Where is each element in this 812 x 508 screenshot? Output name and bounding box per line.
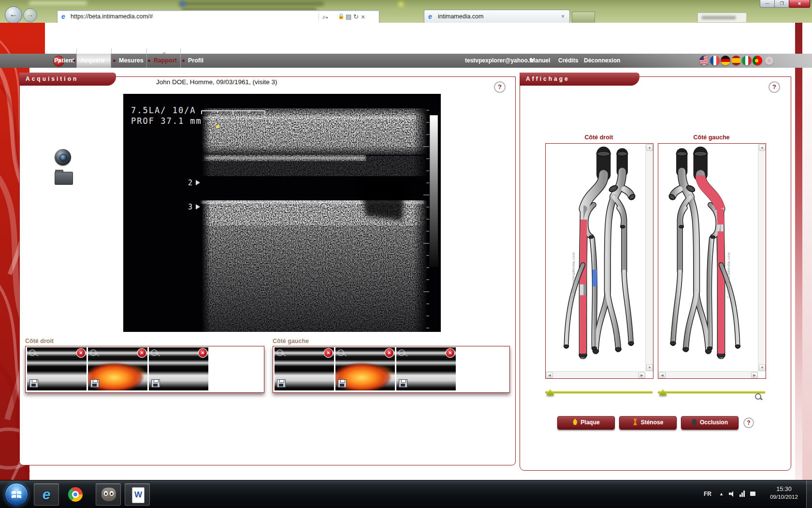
flag-pt-icon[interactable]	[753, 56, 762, 65]
taskbar-chrome-button[interactable]	[63, 483, 88, 506]
legend-stenose-button[interactable]: Sténose	[619, 416, 677, 430]
show-desktop-button[interactable]	[806, 480, 812, 508]
diagram-left-hscrollbar[interactable]: ◀ ▶	[658, 371, 758, 378]
thumbnail-right-1[interactable]: ×	[27, 347, 87, 390]
tray-expand-icon[interactable]: ▲	[719, 492, 724, 496]
ultrasound-image[interactable]: 7.5LA/ 10/A PROF 37.1 mm 2 3	[123, 94, 441, 332]
nav-item-manuel[interactable]: Manuel	[530, 57, 550, 64]
screen: — ❐ × ← → e https://beta.intimamedia.com…	[0, 0, 812, 508]
background-search-box-blur	[697, 13, 747, 23]
flag-it-icon[interactable]	[742, 56, 752, 65]
nav-item-acquerir[interactable]: Acquérir	[80, 57, 105, 64]
taskbar-clock[interactable]: 15:30 09/10/2012	[764, 483, 804, 506]
us-measure-point[interactable]	[216, 125, 219, 129]
zoom-magnifier-icon[interactable]	[754, 393, 763, 402]
nav-item-mesures[interactable]: Mesures	[119, 57, 144, 64]
thumbnail-left-1[interactable]: ×	[275, 347, 334, 390]
action-center-icon[interactable]	[750, 492, 755, 496]
plaque-segment[interactable]	[583, 220, 583, 284]
diagram-right-hscrollbar[interactable]: ◀ ▶	[546, 371, 646, 378]
thumb-save-icon[interactable]	[399, 379, 407, 388]
affichage-help-button[interactable]: ?	[768, 81, 780, 93]
thumb-save-icon[interactable]	[90, 379, 99, 388]
legend-plaque-button[interactable]: Plaque	[557, 416, 615, 430]
legend-occlusion-button[interactable]: Occlusion	[681, 416, 739, 430]
flag-us-icon[interactable]	[699, 56, 709, 65]
diagram-right-zoom-slider[interactable]	[545, 388, 652, 396]
scroll-left-icon[interactable]: ◀	[546, 372, 553, 378]
url-text[interactable]: https://beta.intimamedia.com/#	[71, 13, 153, 20]
flag-de-icon[interactable]	[721, 56, 730, 65]
slider-track[interactable]	[545, 391, 652, 393]
thumbnail-right-3[interactable]: ×	[149, 347, 208, 390]
thumb-delete-button[interactable]: ×	[385, 349, 393, 357]
window-close-button[interactable]: ×	[789, 0, 810, 8]
plaque-segment[interactable]	[720, 209, 721, 224]
diagram-left-zoom-slider[interactable]	[658, 388, 765, 396]
artery-diagram-right[interactable]: © 2011 IntimaMedia.com ▲ ▼ ◀ ▶	[545, 143, 653, 379]
diagram-copyright: © 2011 IntimaMedia.com	[726, 252, 731, 298]
thumb-save-icon[interactable]	[29, 379, 38, 388]
stenose-icon	[633, 418, 638, 425]
nav-item-profil[interactable]: Profil	[188, 57, 203, 64]
thumb-save-icon[interactable]	[277, 379, 286, 388]
scroll-right-icon[interactable]: ▶	[751, 372, 758, 378]
browser-back-button[interactable]: ←	[5, 6, 22, 24]
tab-close-icon[interactable]: ×	[561, 13, 565, 20]
new-tab-button[interactable]	[572, 12, 595, 23]
scroll-up-icon[interactable]: ▲	[759, 144, 766, 151]
thumb-save-icon[interactable]	[151, 379, 160, 388]
scroll-down-icon[interactable]: ▼	[759, 364, 766, 371]
camera-capture-icon[interactable]	[55, 149, 71, 165]
scroll-left-icon[interactable]: ◀	[659, 372, 666, 378]
browser-tab[interactable]: e intimamedia.com ×	[424, 10, 570, 23]
folder-open-icon[interactable]	[55, 172, 73, 185]
nav-item-rapport[interactable]: Rapport	[154, 57, 177, 64]
nav-item-deconnexion[interactable]: Déconnexion	[584, 57, 620, 64]
minimize-icon: —	[765, 1, 769, 6]
nav-item-credits[interactable]: Crédits	[558, 57, 578, 64]
thumb-delete-button[interactable]: ×	[446, 349, 454, 357]
network-icon[interactable]	[740, 490, 746, 497]
volume-icon[interactable]	[729, 491, 735, 497]
thumb-save-icon[interactable]	[338, 379, 347, 388]
background-window-title-blur	[179, 1, 324, 6]
address-bar[interactable]: e https://beta.intimamedia.com/# ⌕▾ 🔒 ▤ …	[57, 10, 379, 23]
thumbnail-left-3[interactable]: ×	[396, 347, 456, 390]
flag-es-icon[interactable]	[731, 56, 741, 65]
refresh-icon[interactable]: ↻	[353, 13, 359, 20]
patient-info: John DOE, Homme, 09/03/1961, (visite 3)	[156, 78, 277, 86]
address-divider	[319, 13, 319, 20]
thumb-delete-button[interactable]: ×	[138, 349, 146, 357]
artery-diagram-left[interactable]: © 2011 IntimaMedia.com ▲ ▼ ◀ ▶	[658, 143, 766, 379]
taskbar-ie-button[interactable]: e	[34, 483, 59, 506]
flag-fr-icon[interactable]	[710, 56, 720, 65]
scroll-right-icon[interactable]: ▶	[638, 372, 645, 378]
nav-item-patient[interactable]: Patient	[54, 57, 74, 64]
thumb-delete-button[interactable]: ×	[324, 349, 333, 357]
window-maximize-button[interactable]: ❐	[774, 0, 789, 8]
compatibility-icon[interactable]: ▤	[346, 13, 351, 20]
stop-icon[interactable]: ×	[361, 13, 365, 21]
window-minimize-button[interactable]: —	[760, 0, 775, 8]
acquisition-help-button[interactable]: ?	[494, 81, 506, 93]
language-indicator[interactable]: FR	[704, 491, 711, 497]
thumb-delete-button[interactable]: ×	[77, 349, 85, 357]
legend-help-button[interactable]: ?	[743, 418, 754, 428]
slider-track[interactable]	[658, 391, 765, 393]
diagram-left-vscrollbar[interactable]: ▲ ▼	[758, 144, 766, 372]
scroll-up-icon[interactable]: ▲	[646, 144, 653, 151]
browser-forward-button[interactable]: →	[23, 8, 37, 22]
thumbnail-right-2-doppler[interactable]: ×	[88, 347, 147, 390]
diagram-right-vscrollbar[interactable]: ▲ ▼	[645, 144, 653, 372]
taskbar-word-button[interactable]: W	[125, 483, 150, 506]
help-icon: ?	[772, 83, 776, 90]
page-content: intimaMedia.com® > Mesure temps réel de …	[0, 23, 812, 480]
background-window-icon-blur2	[398, 2, 404, 7]
scroll-down-icon[interactable]: ▼	[646, 364, 653, 371]
thumb-delete-button[interactable]: ×	[199, 349, 207, 357]
search-icon[interactable]: ⌕▾	[322, 13, 328, 21]
start-button[interactable]	[5, 483, 28, 506]
thumbnail-left-2-doppler[interactable]: ×	[335, 347, 395, 390]
taskbar-gimp-button[interactable]	[96, 483, 121, 506]
